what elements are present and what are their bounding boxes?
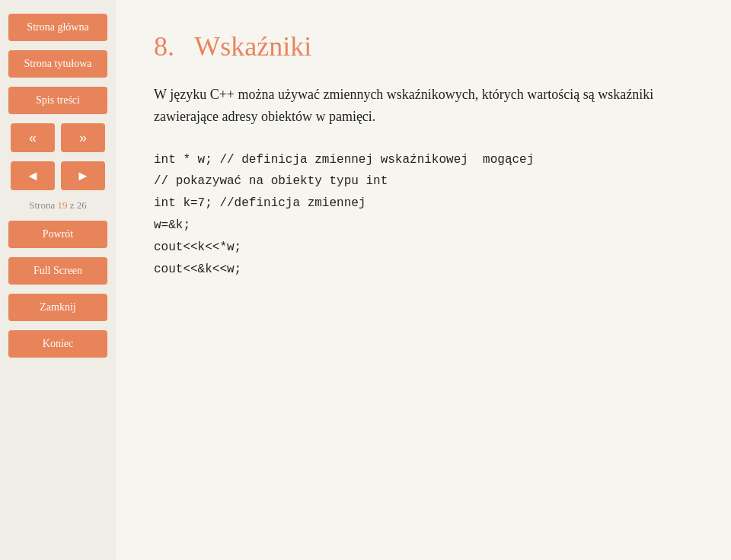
nav-back-button[interactable]: ◄ <box>11 161 55 190</box>
nav-fast-row: « » <box>8 123 107 152</box>
sidebar: Strona główna Strona tytułowa Spis treśc… <box>0 0 116 560</box>
code-block: int * w; // definicja zmiennej wskaźniko… <box>154 149 693 281</box>
nav-back-fast-icon: « <box>29 130 37 146</box>
code-line-3: int k=7; //definicja zmiennej <box>154 192 693 215</box>
nav-forward-icon: ► <box>76 168 90 184</box>
page-separator: z <box>67 199 76 211</box>
nav-forward-button[interactable]: ► <box>61 161 105 190</box>
page-prefix: Strona <box>29 199 57 211</box>
sidebar-item-toc[interactable]: Spis treści <box>8 87 107 114</box>
intro-paragraph: W języku C++ można używać zmiennych wska… <box>154 84 672 128</box>
sidebar-item-powrot[interactable]: Powrót <box>8 221 107 248</box>
nav-row: ◄ ► <box>8 161 107 190</box>
page-total: 26 <box>77 199 87 211</box>
code-line-2: // pokazywać na obiekty typu int <box>154 170 693 192</box>
sidebar-item-fullscreen[interactable]: Full Screen <box>8 257 107 285</box>
nav-forward-fast-button[interactable]: » <box>61 123 105 152</box>
nav-back-icon: ◄ <box>26 168 40 184</box>
main-content: 8. Wskaźniki W języku C++ można używać z… <box>116 0 731 560</box>
code-line-4: w=&k; <box>154 215 693 237</box>
page-info: Strona 19 z 26 <box>8 199 107 212</box>
chapter-title-text: Wskaźniki <box>194 31 311 62</box>
sidebar-item-zamknij[interactable]: Zamknij <box>8 294 107 321</box>
sidebar-item-koniec[interactable]: Koniec <box>8 330 107 358</box>
sidebar-item-home[interactable]: Strona główna <box>8 14 107 41</box>
nav-forward-fast-icon: » <box>79 130 87 146</box>
chapter-number: 8. <box>154 31 174 62</box>
page-current: 19 <box>57 199 67 211</box>
sidebar-item-title-page[interactable]: Strona tytułowa <box>8 50 107 78</box>
code-line-1: int * w; // definicja zmiennej wskaźniko… <box>154 149 693 171</box>
code-line-5: cout<<k<<*w; <box>154 237 693 259</box>
nav-back-fast-button[interactable]: « <box>11 123 55 152</box>
chapter-title: 8. Wskaźniki <box>154 30 693 62</box>
code-line-6: cout<<&k<<w; <box>154 259 693 281</box>
